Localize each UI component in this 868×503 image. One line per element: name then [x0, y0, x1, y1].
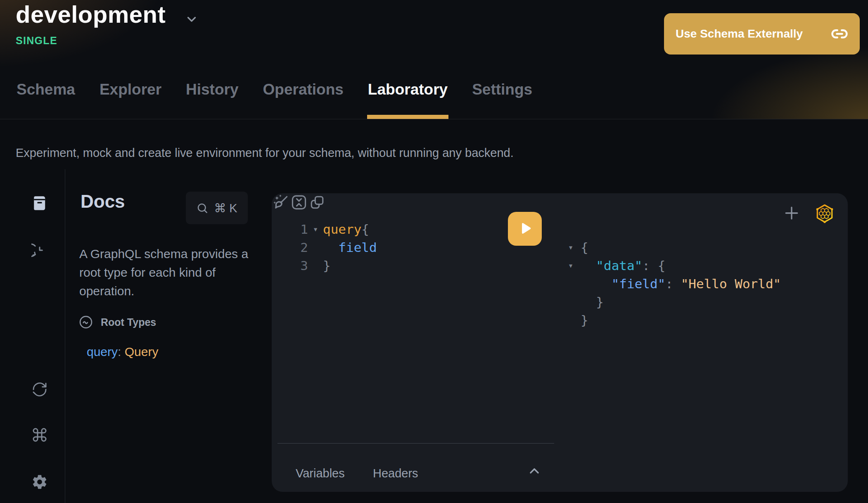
laboratory-page: development SINGLE Use Schema Externally…	[0, 0, 868, 503]
code-tokens: }	[323, 258, 331, 273]
app-header: development SINGLE Use Schema Externally…	[0, 0, 868, 119]
editor-bottom-divider	[277, 443, 554, 444]
active-tab-underline	[367, 115, 448, 119]
code-tokens: }	[581, 313, 588, 327]
icon-rail	[0, 169, 65, 503]
tab-schema[interactable]: Schema	[16, 81, 76, 119]
code-token: }	[581, 313, 588, 327]
line-number: 1	[272, 222, 308, 237]
line-number: 2	[272, 240, 308, 255]
code-token	[581, 276, 612, 291]
use-schema-externally-label: Use Schema Externally	[676, 27, 803, 40]
sidebar-refresh-schema-icon[interactable]	[31, 380, 49, 399]
code-token: field	[323, 240, 377, 255]
code-token: "field"	[612, 276, 666, 291]
tab-operations[interactable]: Operations	[262, 81, 344, 119]
code-line[interactable]: }	[561, 311, 781, 329]
add-tab-button[interactable]	[783, 204, 801, 222]
copy-query-icon	[308, 206, 326, 213]
play-icon	[516, 220, 534, 238]
response-viewer: ▾{▾ "data": { "field": "Hello World" }}	[561, 238, 781, 329]
tab-settings[interactable]: Settings	[471, 81, 533, 119]
code-token: :	[642, 258, 657, 273]
tab-history[interactable]: History	[185, 81, 239, 119]
root-types-label: Root Types	[101, 316, 156, 328]
root-type-icon	[78, 315, 93, 330]
execute-query-button[interactable]	[508, 212, 542, 246]
code-token: "data"	[596, 258, 642, 273]
prettify-icon-button[interactable]	[272, 193, 290, 211]
code-tokens: field	[323, 240, 377, 255]
query-editor[interactable]: 1▾query{2 field3}	[272, 220, 544, 275]
merge-fragments-icon-button[interactable]	[290, 193, 308, 211]
fold-toggle-icon[interactable]: ▾	[561, 242, 581, 252]
root-types-list: query: Query	[87, 344, 158, 360]
root-type-separator: :	[118, 345, 125, 358]
merge-fragments-icon	[290, 206, 308, 213]
prettify-icon	[272, 206, 290, 213]
code-tokens: {	[581, 240, 588, 255]
root-type-field-link[interactable]: query	[87, 345, 118, 358]
code-tokens: }	[581, 294, 604, 309]
code-line[interactable]: 2 field	[272, 238, 544, 256]
tab-label: Operations	[263, 81, 344, 98]
search-icon	[196, 202, 209, 214]
link-icon	[831, 25, 848, 43]
editor-toolbar	[272, 193, 326, 213]
code-token: {	[581, 240, 588, 255]
graphiql-panel: 1▾query{2 field3} ▾{▾ "data": { "field":…	[272, 193, 848, 492]
code-line[interactable]: ▾{	[561, 238, 781, 256]
sidebar-settings-icon[interactable]	[31, 473, 49, 491]
copy-query-icon-button[interactable]	[308, 193, 326, 211]
chevron-up-icon	[527, 474, 542, 480]
code-line[interactable]: }	[561, 293, 781, 311]
code-line[interactable]: 3}	[272, 256, 544, 275]
docs-description: A GraphQL schema provides a root type fo…	[79, 244, 253, 300]
code-token: {	[658, 258, 666, 273]
collapse-editor-tools-button[interactable]	[527, 464, 542, 479]
code-tokens: "data": {	[581, 258, 665, 273]
docs-search-button[interactable]: ⌘ K	[186, 192, 248, 224]
tab-label: Laboratory	[368, 81, 448, 98]
tab-label: Explorer	[100, 81, 161, 98]
sidebar-keyboard-shortcuts-icon[interactable]	[31, 426, 49, 444]
tab-label: Settings	[472, 81, 532, 98]
root-type-type-link[interactable]: Query	[125, 345, 159, 358]
code-token: "Hello World"	[681, 276, 781, 291]
search-shortcut: ⌘ K	[214, 201, 237, 215]
sidebar-docs-icon[interactable]	[31, 194, 49, 212]
tab-explorer[interactable]: Explorer	[99, 81, 162, 119]
bottom-tab-variables[interactable]: Variables	[296, 467, 345, 480]
code-token	[581, 258, 596, 273]
code-token: }	[323, 258, 331, 273]
docs-panel: Docs ⌘ K A GraphQL schema provides a roo…	[65, 169, 273, 503]
tab-laboratory[interactable]: Laboratory	[367, 81, 448, 119]
bottom-tab-headers[interactable]: Headers	[373, 467, 418, 480]
line-number: 3	[272, 258, 308, 273]
code-token: }	[581, 294, 604, 309]
fold-toggle-icon[interactable]: ▾	[561, 261, 581, 270]
code-tokens: query{	[323, 222, 369, 237]
code-token: :	[665, 276, 681, 291]
use-schema-externally-button[interactable]: Use Schema Externally	[664, 13, 860, 55]
tab-label: Schema	[17, 81, 75, 98]
page-title: development	[16, 0, 166, 29]
sidebar-history-icon[interactable]	[31, 241, 49, 259]
tab-label: History	[186, 81, 238, 98]
code-token: {	[361, 222, 369, 237]
code-line[interactable]: 1▾query{	[272, 220, 544, 238]
plus-icon	[783, 217, 801, 223]
docs-title: Docs	[81, 191, 125, 212]
root-types-section-header: Root Types	[78, 315, 156, 330]
code-line[interactable]: "field": "Hello World"	[561, 275, 781, 293]
chevron-down-icon[interactable]	[185, 12, 199, 26]
code-line[interactable]: ▾ "data": {	[561, 256, 781, 275]
code-token: query	[323, 222, 361, 237]
fold-toggle-icon[interactable]: ▾	[308, 224, 323, 234]
main-nav-tabs: SchemaExplorerHistoryOperationsLaborator…	[16, 81, 533, 119]
hive-logo-icon	[815, 204, 835, 223]
target-mode-badge: SINGLE	[16, 35, 57, 47]
page-subtitle: Experiment, mock and create live environ…	[16, 145, 514, 161]
root-type-row: query: Query	[87, 344, 158, 360]
code-tokens: "field": "Hello World"	[581, 276, 781, 291]
